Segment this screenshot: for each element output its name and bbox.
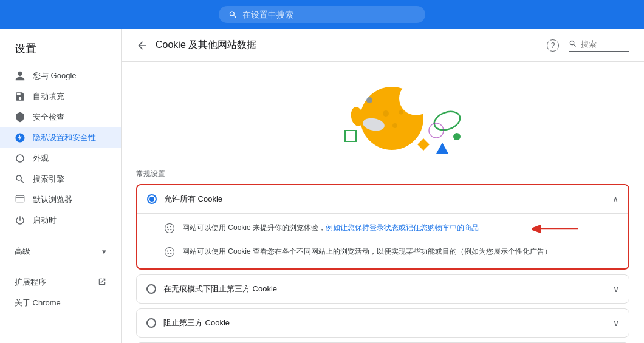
sidebar-item-appearance[interactable]: 外观 [0, 148, 121, 169]
sidebar-label-browser: 默认浏览器 [33, 194, 72, 205]
top-search-input[interactable] [242, 10, 416, 19]
svg-point-7 [399, 110, 403, 115]
palette-icon [15, 153, 26, 164]
chevron-down-2-icon: ∨ [613, 284, 619, 294]
svg-rect-0 [16, 195, 24, 202]
svg-point-19 [170, 226, 171, 227]
privacy-icon [15, 132, 26, 143]
sidebar-item-advanced[interactable]: 高级 ▾ [0, 241, 121, 262]
chevron-down-3-icon: ∨ [613, 318, 619, 328]
sidebar-divider-1 [0, 236, 121, 236]
sidebar-item-google[interactable]: 您与 Google [0, 66, 121, 86]
svg-point-17 [165, 224, 174, 233]
sidebar-item-safety[interactable]: 安全检查 [0, 107, 121, 127]
svg-point-21 [168, 229, 169, 230]
sidebar-label-search: 搜索引擎 [33, 174, 64, 185]
illustration [122, 62, 644, 159]
radio-block-incognito[interactable] [146, 284, 156, 294]
content-header: Cookie 及其他网站数据 ? [122, 29, 644, 62]
sidebar: 设置 您与 Google 自动填充 安全检查 隐私 [0, 29, 122, 343]
svg-rect-12 [417, 138, 430, 151]
browser-icon [15, 194, 26, 205]
svg-point-5 [392, 123, 397, 128]
option-block-incognito-header[interactable]: 在无痕模式下阻止第三方 Cookie ∨ [137, 275, 629, 303]
sidebar-label-extensions: 扩展程序 [15, 277, 46, 288]
svg-point-18 [167, 226, 168, 228]
sidebar-title: 设置 [0, 34, 121, 66]
svg-point-10 [453, 133, 461, 140]
autofill-icon [15, 91, 26, 102]
option-block-third-party-left: 阻止第三方 Cookie [146, 318, 230, 328]
svg-point-22 [165, 248, 174, 257]
cookie-icon-2 [164, 246, 175, 257]
svg-point-23 [167, 250, 168, 251]
option-block-third-party-header[interactable]: 阻止第三方 Cookie ∨ [137, 309, 629, 337]
person-icon [15, 70, 26, 81]
sub-item-1-text: 网站可以使用 Cookie 来提升你的浏览体验，例如让您保持登录状态或记住您购物… [182, 222, 479, 233]
svg-point-25 [170, 253, 171, 254]
option-block-incognito-label: 在无痕模式下阻止第三方 Cookie [163, 284, 277, 294]
radio-block-third-party[interactable] [146, 318, 156, 328]
sidebar-item-search[interactable]: 搜索引擎 [0, 169, 121, 189]
sidebar-label-advanced: 高级 [15, 246, 30, 257]
sidebar-item-startup[interactable]: 启动时 [0, 210, 121, 231]
svg-point-8 [432, 108, 463, 133]
header-search-input[interactable] [581, 39, 629, 49]
svg-point-14 [366, 97, 372, 103]
sidebar-item-browser[interactable]: 默认浏览器 [0, 189, 121, 210]
radio-allow-all[interactable] [147, 194, 157, 204]
sidebar-item-privacy[interactable]: 隐私设置和安全性 [0, 127, 121, 148]
help-button[interactable]: ? [547, 39, 559, 52]
option-allow-all-subitems: 网站可以使用 Cookie 来提升你的浏览体验，例如让您保持登录状态或记住您购物… [137, 213, 628, 268]
svg-marker-11 [436, 143, 448, 154]
external-link-icon [98, 277, 106, 288]
option-block-incognito-left: 在无痕模式下阻止第三方 Cookie [146, 284, 277, 294]
section-label: 常规设置 [136, 169, 629, 179]
sub-item-1: 网站可以使用 Cookie 来提升你的浏览体验，例如让您保持登录状态或记住您购物… [137, 216, 628, 240]
sidebar-label-startup: 启动时 [33, 215, 57, 226]
sub-item-2-text: 网站可以使用 Cookie 查看您在各个不同网站上的浏览活动，以便实现某些功能或… [182, 246, 552, 257]
cookie-icon-1 [164, 223, 175, 234]
svg-point-3 [399, 81, 433, 115]
option-allow-all-left: 允许所有 Cookie [147, 194, 222, 205]
svg-point-20 [170, 229, 171, 230]
svg-point-4 [383, 110, 389, 117]
svg-rect-13 [345, 131, 356, 141]
sidebar-item-autofill[interactable]: 自动填充 [0, 86, 121, 107]
header-search-icon [569, 39, 577, 48]
option-block-incognito[interactable]: 在无痕模式下阻止第三方 Cookie ∨ [136, 274, 629, 304]
power-icon [15, 215, 26, 226]
top-bar [0, 0, 644, 29]
sidebar-label-safety: 安全检查 [33, 112, 64, 123]
sidebar-label-google: 您与 Google [33, 70, 77, 81]
header-search-box[interactable] [569, 39, 629, 52]
content-area: Cookie 及其他网站数据 ? [122, 29, 644, 343]
back-button[interactable] [136, 39, 148, 52]
cookie-illustration [279, 77, 486, 156]
sidebar-label-appearance: 外观 [33, 153, 49, 164]
page-title: Cookie 及其他网站数据 [156, 39, 256, 52]
option-block-third-party-label: 阻止第三方 Cookie [163, 318, 230, 328]
svg-point-24 [170, 250, 171, 251]
sidebar-label-autofill: 自动填充 [33, 91, 64, 102]
search-icon-sidebar [15, 174, 26, 185]
option-allow-all-header[interactable]: 允许所有 Cookie ∧ [137, 185, 628, 213]
settings-section: 常规设置 允许所有 Cookie ∧ [122, 159, 644, 343]
option-block-third-party[interactable]: 阻止第三方 Cookie ∨ [136, 308, 629, 338]
sidebar-divider-2 [0, 267, 121, 267]
option-allow-all-label: 允许所有 Cookie [164, 194, 222, 205]
search-icon [228, 10, 238, 19]
content-header-right: ? [547, 39, 629, 52]
search-box[interactable] [219, 6, 425, 23]
content-header-left: Cookie 及其他网站数据 [136, 39, 256, 52]
chevron-up-icon: ∧ [612, 194, 618, 204]
option-allow-all[interactable]: 允许所有 Cookie ∧ 网站可以使用 C [136, 184, 629, 270]
main-layout: 设置 您与 Google 自动填充 安全检查 隐私 [0, 29, 644, 343]
shield-icon [15, 112, 26, 123]
chevron-down-icon: ▾ [102, 247, 106, 256]
svg-point-26 [168, 253, 169, 254]
sidebar-item-extensions[interactable]: 扩展程序 [0, 272, 121, 293]
sub-item-2: 网站可以使用 Cookie 查看您在各个不同网站上的浏览活动，以便实现某些功能或… [137, 240, 628, 263]
sidebar-label-privacy: 隐私设置和安全性 [33, 132, 96, 143]
sidebar-item-about[interactable]: 关于 Chrome [0, 293, 121, 313]
